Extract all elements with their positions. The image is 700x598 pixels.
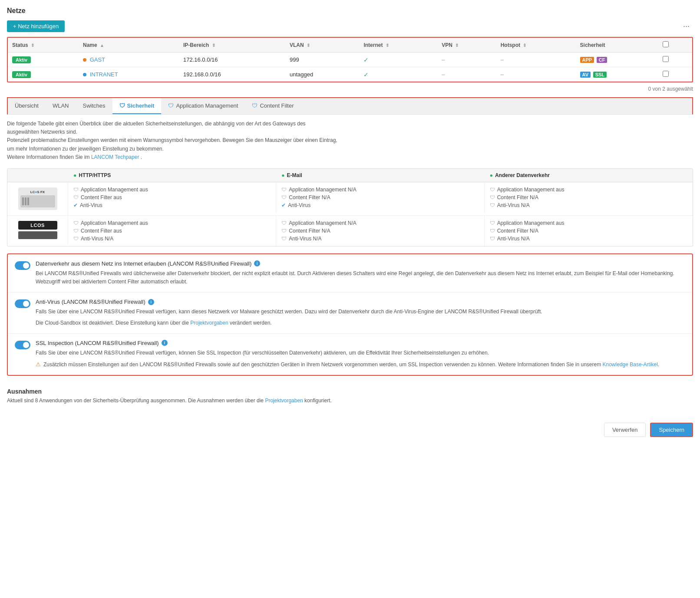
row-checkbox[interactable] xyxy=(663,71,669,77)
network-name-link[interactable]: GAST xyxy=(90,56,105,63)
col-checkbox xyxy=(658,38,692,53)
grid-item: 🛡 Content Filter N/A xyxy=(281,194,479,200)
slot xyxy=(22,197,24,205)
info-icon[interactable]: i xyxy=(162,340,168,346)
col-vlan[interactable]: VLAN ⇕ xyxy=(285,38,359,53)
lcosfx-body xyxy=(20,195,55,207)
shield-icon: 🛡 xyxy=(119,102,125,109)
add-network-button[interactable]: + Netz hinzufügen xyxy=(7,20,65,32)
desc-text1: Die folgende Tabelle gibt einen Überblic… xyxy=(7,121,306,127)
toggle-row: Datenverkehr aus diesem Netz ins Interne… xyxy=(15,260,685,286)
col-ip[interactable]: IP-Bereich ⇕ xyxy=(179,38,285,53)
save-button[interactable]: Speichern xyxy=(650,423,693,437)
col-status[interactable]: Status ⇕ xyxy=(8,38,79,53)
name-cell: GAST xyxy=(79,53,179,67)
vpn-cell: – xyxy=(437,53,496,67)
toggle-switch-ssl[interactable] xyxy=(15,341,30,349)
ausnahmen-title: Ausnahmen xyxy=(7,388,693,395)
item-text: Anti-Virus N/A xyxy=(289,236,321,242)
col-header-email-label: E-Mail xyxy=(287,172,302,178)
desc-text3: Potenziell problematische Einstellungen … xyxy=(7,137,337,143)
shield-icon: 🛡 xyxy=(490,187,495,193)
toggle-switch-antivirus[interactable] xyxy=(15,299,30,308)
check-icon: ✔ xyxy=(73,202,78,208)
col-header-email: ● E-Mail xyxy=(276,169,484,182)
lcos-body xyxy=(18,231,57,239)
vpn-value: – xyxy=(442,56,445,63)
lcosfx-label: LC●S FX xyxy=(30,190,45,194)
ausnahmen-text-content: Aktuell sind 8 Anwendungen von der Siche… xyxy=(7,398,265,404)
toggle-desc: Falls Sie über eine LANCOM R&S®Unified F… xyxy=(36,349,685,357)
security-cell: AV SSL xyxy=(576,67,658,82)
col-name[interactable]: Name ▲ xyxy=(79,38,179,53)
shield-icon: 🛡 xyxy=(73,194,79,200)
toggle-label: Anti-Virus (LANCOM R&S®Unified Firewall)… xyxy=(36,299,685,327)
row-checkbox[interactable] xyxy=(663,56,669,62)
toggle-desc: Bei LANCOM R&S®Unified Firewalls wird üb… xyxy=(36,269,685,286)
sort-icon-hotspot: ⇕ xyxy=(523,43,526,48)
grid-item: 🛡 Application Management aus xyxy=(73,187,271,193)
info-icon[interactable]: i xyxy=(148,299,154,305)
security-grid-header: ● HTTP/HTTPS ● E-Mail ● Anderer Datenver… xyxy=(7,169,693,182)
grid-item: 🛡 Anti-Virus N/A xyxy=(73,236,271,242)
tab-sicherheit[interactable]: 🛡 Sicherheit xyxy=(112,98,162,114)
tab-application-management[interactable]: 🛡 Application Management xyxy=(161,98,245,114)
ausnahmen-suffix: konfiguriert. xyxy=(304,398,332,404)
tab-content-filter[interactable]: 🛡 Content Filter xyxy=(245,98,300,114)
warning-icon: ⚠ xyxy=(36,361,41,368)
col-vpn[interactable]: VPN ⇕ xyxy=(437,38,496,53)
toggle-slider xyxy=(15,299,30,308)
toggle-switch-datenverkehr[interactable] xyxy=(15,261,30,270)
select-all-checkbox[interactable] xyxy=(663,41,669,47)
tag-ssl: SSL xyxy=(593,72,607,78)
info-icon[interactable]: i xyxy=(254,260,260,266)
desc-text6: . xyxy=(141,154,142,160)
shield-icon: 🛡 xyxy=(490,202,495,208)
col-hotspot[interactable]: Hotspot ⇕ xyxy=(496,38,576,53)
grid-item: 🛡 Anti-Virus N/A xyxy=(490,202,687,208)
col-sicherheit: Sicherheit xyxy=(576,38,658,53)
desc-text2: ausgewählten Netzwerks sind. xyxy=(7,129,77,135)
tabs-wrapper: Übersicht WLAN Switches 🛡 Sicherheit 🛡 A… xyxy=(7,97,693,115)
table-header-row: Status ⇕ Name ▲ IP-Bereich ⇕ VLAN ⇕ Inte… xyxy=(8,38,692,53)
col-header-http-label: HTTP/HTTPS xyxy=(79,172,111,178)
tab-uebersicht[interactable]: Übersicht xyxy=(8,98,46,114)
shield-icon: 🛡 xyxy=(281,220,287,226)
grid-cell-lcos-http: 🛡 Application Management aus 🛡 Content F… xyxy=(68,216,276,246)
tab-switches[interactable]: Switches xyxy=(76,98,112,114)
shield-icon: 🛡 xyxy=(281,228,287,234)
projektvorgaben-link[interactable]: Projektvorgaben xyxy=(190,320,228,326)
desc-text5: Weitere Informationen finden Sie im xyxy=(7,154,91,160)
kb-article-link[interactable]: Knowledge Base-Artikel xyxy=(603,361,658,368)
item-text: Application Management N/A xyxy=(289,220,356,226)
vpn-cell: – xyxy=(437,67,496,82)
toggle-label: Datenverkehr aus diesem Netz ins Interne… xyxy=(36,260,685,286)
network-name-link[interactable]: INTRANET xyxy=(90,71,118,78)
shield-icon: 🛡 xyxy=(490,236,495,242)
toggle-row: Anti-Virus (LANCOM R&S®Unified Firewall)… xyxy=(15,299,685,327)
table-row: Aktiv GAST 172.16.0.0/16 999 ✓ – – APP C… xyxy=(8,53,692,67)
lcosfx-device: LC●S FX xyxy=(18,187,57,210)
grid-item: ✔ Anti-Virus xyxy=(73,202,271,208)
sort-icon-vlan: ⇕ xyxy=(307,43,310,48)
circle-icon: ● xyxy=(490,172,493,178)
lcos-device: LCOS xyxy=(18,221,57,230)
shield-icon: 🛡 xyxy=(73,228,79,234)
item-text: Application Management aus xyxy=(497,220,565,226)
shield-icon: 🛡 xyxy=(490,220,495,226)
dot-icon xyxy=(83,58,86,62)
tab-wlan[interactable]: WLAN xyxy=(46,98,76,114)
col-internet[interactable]: Internet ⇕ xyxy=(359,38,437,53)
toggle-title-text: Anti-Virus (LANCOM R&S®Unified Firewall) xyxy=(36,299,145,305)
toggle-section: Datenverkehr aus diesem Netz ins Interne… xyxy=(7,253,693,376)
discard-button[interactable]: Verwerfen xyxy=(604,423,646,437)
check-icon: ✓ xyxy=(363,56,369,63)
device-cell-lcosfx: LC●S FX xyxy=(7,182,68,215)
item-text: Anti-Virus xyxy=(288,202,310,208)
ausnahmen-projektvorgaben-link[interactable]: Projektvorgaben xyxy=(265,398,303,404)
more-options-button[interactable]: ··· xyxy=(680,20,693,33)
techpaper-link[interactable]: LANCOM Techpaper xyxy=(91,154,139,160)
item-text: Content Filter N/A xyxy=(289,194,330,200)
security-cell: APP CF xyxy=(576,53,658,67)
warning-text: Zusätzlich müssen Einstellungen auf den … xyxy=(43,361,659,369)
